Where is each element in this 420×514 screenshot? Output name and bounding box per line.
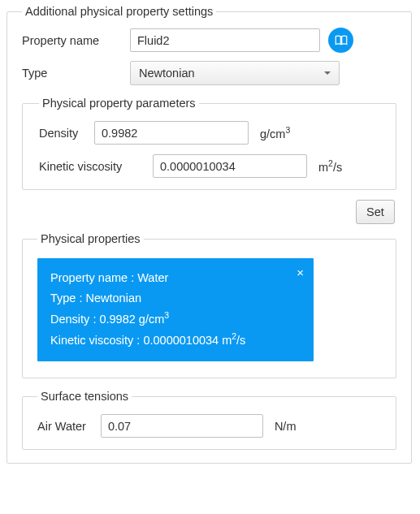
additional-settings-group: Additional physical property settings Pr… (6, 5, 412, 464)
viscosity-label: Kinetic viscosity (39, 160, 153, 173)
book-icon (334, 33, 349, 48)
surface-tension-unit: N/m (275, 420, 297, 433)
type-label: Type (22, 67, 130, 80)
close-icon[interactable]: × (297, 266, 304, 279)
parameters-legend: Physical property parameters (39, 97, 199, 110)
viscosity-input[interactable] (153, 154, 307, 178)
properties-group: Physical properties × Property name : Wa… (22, 232, 396, 378)
card-line-viscosity: Kinetic viscosity : 0.0000010034 m2/s (50, 330, 301, 351)
property-name-label: Property name (22, 34, 130, 47)
surface-pair-label: Air Water (37, 420, 86, 433)
properties-legend: Physical properties (37, 232, 144, 245)
type-select[interactable]: Newtonian (130, 61, 340, 85)
density-label: Density (39, 127, 94, 140)
surface-tensions-group: Surface tensions Air Water N/m (22, 390, 396, 450)
additional-settings-legend: Additional physical property settings (22, 5, 216, 18)
card-line-density: Density : 0.9982 g/cm3 (50, 309, 301, 330)
surface-tension-input[interactable] (101, 414, 263, 438)
density-input[interactable] (94, 121, 249, 145)
card-line-name: Property name : Water (50, 268, 301, 288)
type-select-value: Newtonian (139, 67, 195, 80)
viscosity-unit: m2/s (318, 159, 342, 174)
library-button[interactable] (328, 28, 353, 53)
surface-tensions-legend: Surface tensions (37, 390, 132, 403)
set-button[interactable]: Set (356, 200, 395, 224)
density-unit: g/cm3 (260, 126, 290, 140)
property-card[interactable]: × Property name : Water Type : Newtonian… (37, 258, 314, 361)
parameters-group: Physical property parameters Density g/c… (22, 97, 396, 190)
chevron-down-icon (324, 71, 331, 75)
card-line-type: Type : Newtonian (50, 288, 301, 309)
property-name-input[interactable] (130, 28, 320, 52)
